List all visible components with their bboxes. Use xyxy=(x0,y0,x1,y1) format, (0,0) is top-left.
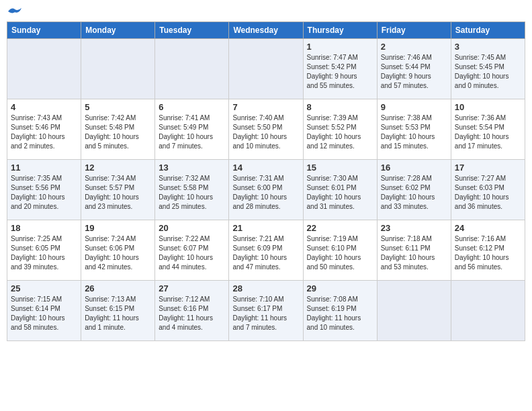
calendar-cell: 11Sunrise: 7:35 AM Sunset: 5:56 PM Dayli… xyxy=(7,160,81,220)
day-number: 22 xyxy=(307,223,373,233)
day-info: Sunrise: 7:22 AM Sunset: 6:07 PM Dayligh… xyxy=(159,234,225,272)
calendar-cell xyxy=(81,39,155,99)
calendar-cell: 20Sunrise: 7:22 AM Sunset: 6:07 PM Dayli… xyxy=(155,220,229,281)
day-number: 16 xyxy=(381,163,447,173)
day-info: Sunrise: 7:18 AM Sunset: 6:11 PM Dayligh… xyxy=(381,234,447,272)
calendar-cell: 17Sunrise: 7:27 AM Sunset: 6:03 PM Dayli… xyxy=(451,160,525,220)
day-number: 29 xyxy=(307,283,373,293)
day-number: 7 xyxy=(232,102,299,112)
day-number: 6 xyxy=(159,102,225,112)
day-number: 4 xyxy=(11,102,77,112)
day-info: Sunrise: 7:13 AM Sunset: 6:15 PM Dayligh… xyxy=(85,295,151,332)
calendar-cell: 27Sunrise: 7:12 AM Sunset: 6:16 PM Dayli… xyxy=(155,281,229,341)
day-number: 15 xyxy=(307,163,373,173)
calendar-cell xyxy=(155,39,229,99)
day-info: Sunrise: 7:32 AM Sunset: 5:58 PM Dayligh… xyxy=(159,174,225,212)
calendar-cell: 26Sunrise: 7:13 AM Sunset: 6:15 PM Dayli… xyxy=(81,281,155,341)
calendar-table: SundayMondayTuesdayWednesdayThursdayFrid… xyxy=(7,21,525,341)
day-info: Sunrise: 7:40 AM Sunset: 5:50 PM Dayligh… xyxy=(232,113,299,151)
calendar-cell: 16Sunrise: 7:28 AM Sunset: 6:02 PM Dayli… xyxy=(377,160,451,220)
day-info: Sunrise: 7:45 AM Sunset: 5:45 PM Dayligh… xyxy=(455,53,521,91)
day-info: Sunrise: 7:34 AM Sunset: 5:57 PM Dayligh… xyxy=(85,174,151,212)
day-info: Sunrise: 7:30 AM Sunset: 6:01 PM Dayligh… xyxy=(307,174,373,212)
calendar-header-sunday: Sunday xyxy=(7,22,81,39)
day-info: Sunrise: 7:15 AM Sunset: 6:14 PM Dayligh… xyxy=(11,295,77,332)
day-info: Sunrise: 7:31 AM Sunset: 6:00 PM Dayligh… xyxy=(232,174,299,212)
day-number: 10 xyxy=(455,102,521,112)
day-info: Sunrise: 7:27 AM Sunset: 6:03 PM Dayligh… xyxy=(455,174,521,212)
day-info: Sunrise: 7:24 AM Sunset: 6:06 PM Dayligh… xyxy=(85,234,151,272)
day-info: Sunrise: 7:43 AM Sunset: 5:46 PM Dayligh… xyxy=(11,113,77,151)
calendar-cell: 25Sunrise: 7:15 AM Sunset: 6:14 PM Dayli… xyxy=(7,281,81,341)
day-number: 20 xyxy=(159,223,225,233)
day-number: 28 xyxy=(232,283,299,293)
day-number: 11 xyxy=(11,163,77,173)
day-number: 24 xyxy=(455,223,521,233)
calendar-cell: 12Sunrise: 7:34 AM Sunset: 5:57 PM Dayli… xyxy=(81,160,155,220)
day-info: Sunrise: 7:12 AM Sunset: 6:16 PM Dayligh… xyxy=(159,295,225,332)
calendar-cell: 6Sunrise: 7:41 AM Sunset: 5:49 PM Daylig… xyxy=(155,99,229,160)
calendar-week-row: 18Sunrise: 7:25 AM Sunset: 6:05 PM Dayli… xyxy=(7,220,525,281)
calendar-cell: 5Sunrise: 7:42 AM Sunset: 5:48 PM Daylig… xyxy=(81,99,155,160)
day-info: Sunrise: 7:28 AM Sunset: 6:02 PM Dayligh… xyxy=(381,174,447,212)
calendar-header-tuesday: Tuesday xyxy=(155,22,229,39)
calendar-cell: 3Sunrise: 7:45 AM Sunset: 5:45 PM Daylig… xyxy=(451,39,525,99)
day-info: Sunrise: 7:10 AM Sunset: 6:17 PM Dayligh… xyxy=(232,295,299,332)
calendar-cell: 28Sunrise: 7:10 AM Sunset: 6:17 PM Dayli… xyxy=(229,281,303,341)
day-info: Sunrise: 7:21 AM Sunset: 6:09 PM Dayligh… xyxy=(232,234,299,272)
calendar-cell: 4Sunrise: 7:43 AM Sunset: 5:46 PM Daylig… xyxy=(7,99,81,160)
day-number: 5 xyxy=(85,102,151,112)
calendar-cell: 29Sunrise: 7:08 AM Sunset: 6:19 PM Dayli… xyxy=(303,281,377,341)
logo-bird-icon xyxy=(8,7,21,16)
calendar-week-row: 25Sunrise: 7:15 AM Sunset: 6:14 PM Dayli… xyxy=(7,281,525,341)
day-number: 26 xyxy=(85,283,151,293)
day-info: Sunrise: 7:42 AM Sunset: 5:48 PM Dayligh… xyxy=(85,113,151,151)
day-number: 9 xyxy=(381,102,447,112)
calendar-cell: 18Sunrise: 7:25 AM Sunset: 6:05 PM Dayli… xyxy=(7,220,81,281)
calendar-cell xyxy=(377,281,451,341)
day-number: 8 xyxy=(307,102,373,112)
day-info: Sunrise: 7:35 AM Sunset: 5:56 PM Dayligh… xyxy=(11,174,77,212)
calendar-cell xyxy=(451,281,525,341)
calendar-week-row: 11Sunrise: 7:35 AM Sunset: 5:56 PM Dayli… xyxy=(7,160,525,220)
calendar-week-row: 1Sunrise: 7:47 AM Sunset: 5:42 PM Daylig… xyxy=(7,39,525,99)
calendar-cell: 8Sunrise: 7:39 AM Sunset: 5:52 PM Daylig… xyxy=(303,99,377,160)
day-info: Sunrise: 7:19 AM Sunset: 6:10 PM Dayligh… xyxy=(307,234,373,272)
calendar-header-wednesday: Wednesday xyxy=(229,22,303,39)
calendar-week-row: 4Sunrise: 7:43 AM Sunset: 5:46 PM Daylig… xyxy=(7,99,525,160)
day-info: Sunrise: 7:36 AM Sunset: 5:54 PM Dayligh… xyxy=(455,113,521,151)
day-info: Sunrise: 7:39 AM Sunset: 5:52 PM Dayligh… xyxy=(307,113,373,151)
day-number: 19 xyxy=(85,223,151,233)
calendar-cell: 23Sunrise: 7:18 AM Sunset: 6:11 PM Dayli… xyxy=(377,220,451,281)
day-number: 13 xyxy=(159,163,225,173)
day-info: Sunrise: 7:47 AM Sunset: 5:42 PM Dayligh… xyxy=(307,53,373,91)
day-info: Sunrise: 7:25 AM Sunset: 6:05 PM Dayligh… xyxy=(11,234,77,272)
calendar-cell: 13Sunrise: 7:32 AM Sunset: 5:58 PM Dayli… xyxy=(155,160,229,220)
day-number: 27 xyxy=(159,283,225,293)
day-info: Sunrise: 7:16 AM Sunset: 6:12 PM Dayligh… xyxy=(455,234,521,272)
calendar-cell: 7Sunrise: 7:40 AM Sunset: 5:50 PM Daylig… xyxy=(229,99,303,160)
calendar-header-saturday: Saturday xyxy=(451,22,525,39)
day-number: 2 xyxy=(381,42,447,52)
logo xyxy=(7,7,21,16)
calendar-cell: 24Sunrise: 7:16 AM Sunset: 6:12 PM Dayli… xyxy=(451,220,525,281)
day-number: 17 xyxy=(455,163,521,173)
calendar-cell: 19Sunrise: 7:24 AM Sunset: 6:06 PM Dayli… xyxy=(81,220,155,281)
day-info: Sunrise: 7:38 AM Sunset: 5:53 PM Dayligh… xyxy=(381,113,447,151)
calendar-cell: 9Sunrise: 7:38 AM Sunset: 5:53 PM Daylig… xyxy=(377,99,451,160)
calendar-header-row: SundayMondayTuesdayWednesdayThursdayFrid… xyxy=(7,22,525,39)
calendar-cell xyxy=(229,39,303,99)
day-info: Sunrise: 7:46 AM Sunset: 5:44 PM Dayligh… xyxy=(381,53,447,91)
calendar-cell: 22Sunrise: 7:19 AM Sunset: 6:10 PM Dayli… xyxy=(303,220,377,281)
calendar-cell xyxy=(7,39,81,99)
calendar-cell: 15Sunrise: 7:30 AM Sunset: 6:01 PM Dayli… xyxy=(303,160,377,220)
day-number: 3 xyxy=(455,42,521,52)
day-number: 18 xyxy=(11,223,77,233)
calendar-cell: 21Sunrise: 7:21 AM Sunset: 6:09 PM Dayli… xyxy=(229,220,303,281)
day-info: Sunrise: 7:41 AM Sunset: 5:49 PM Dayligh… xyxy=(159,113,225,151)
calendar-cell: 14Sunrise: 7:31 AM Sunset: 6:00 PM Dayli… xyxy=(229,160,303,220)
day-number: 21 xyxy=(232,223,299,233)
day-number: 25 xyxy=(11,283,77,293)
calendar-header-thursday: Thursday xyxy=(303,22,377,39)
calendar-header-monday: Monday xyxy=(81,22,155,39)
